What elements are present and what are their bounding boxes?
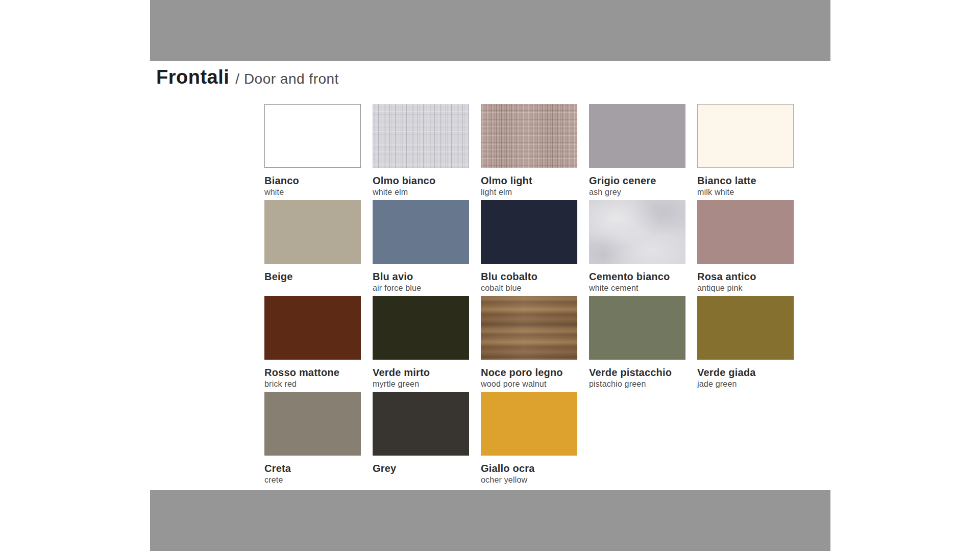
swatch-subtitle: white (264, 188, 361, 197)
swatch-grid: Bianco white Olmo bianco white elm Olmo … (264, 104, 794, 488)
swatch-tile[interactable] (697, 104, 794, 168)
swatch-tile[interactable] (481, 392, 577, 456)
page-title: Frontali / Door and front (156, 66, 339, 88)
swatch-name: Bianco (264, 175, 361, 186)
swatch-name: Verde mirto (373, 367, 469, 378)
swatch-name: Noce poro legno (481, 367, 577, 378)
swatch-tile[interactable] (264, 200, 361, 264)
swatch-name: Olmo bianco (373, 175, 469, 186)
swatch-card: Olmo bianco white elm (373, 104, 469, 200)
swatch-name: Giallo ocra (481, 463, 577, 474)
swatch-name: Grigio cenere (589, 175, 685, 186)
swatch-tile[interactable] (373, 392, 469, 456)
swatch-tile[interactable] (697, 296, 794, 360)
swatch-card: Rosso mattone brick red (264, 296, 361, 392)
page-title-primary: Frontali (156, 66, 229, 88)
swatch-subtitle: pistachio green (589, 380, 685, 389)
swatch-tile[interactable] (481, 200, 577, 264)
swatch-subtitle: ash grey (589, 188, 685, 197)
swatch-tile[interactable] (589, 200, 685, 264)
swatch-card: Beige (264, 200, 361, 296)
swatch-subtitle: white cement (589, 284, 685, 293)
swatch-tile[interactable] (589, 296, 685, 360)
swatch-tile[interactable] (373, 296, 469, 360)
swatch-card: Verde giada jade green (697, 296, 794, 392)
swatch-tile[interactable] (373, 200, 469, 264)
swatch-card: Grigio cenere ash grey (589, 104, 685, 200)
swatch-card: Verde pistacchio pistachio green (589, 296, 685, 392)
swatch-card: Cemento bianco white cement (589, 200, 685, 296)
swatch-name: Bianco latte (697, 175, 794, 186)
swatch-subtitle: milk white (697, 188, 794, 197)
swatch-subtitle: antique pink (697, 284, 794, 293)
swatch-card: Blu avio air force blue (373, 200, 469, 296)
swatch-name: Blu avio (373, 271, 469, 282)
swatch-name: Verde pistacchio (589, 367, 685, 378)
top-gray-band (150, 0, 830, 61)
swatch-card: Noce poro legno wood pore walnut (481, 296, 577, 392)
swatch-tile[interactable] (373, 104, 469, 168)
swatch-card: Creta crete (264, 392, 361, 488)
swatch-card: Bianco latte milk white (697, 104, 794, 200)
page-title-secondary: / Door and front (235, 71, 339, 87)
swatch-card: Verde mirto myrtle green (373, 296, 469, 392)
swatch-subtitle: wood pore walnut (481, 380, 577, 389)
swatch-card: Olmo light light elm (481, 104, 577, 200)
swatch-subtitle: white elm (373, 188, 469, 197)
swatch-subtitle: crete (264, 475, 361, 485)
swatch-subtitle: brick red (264, 380, 361, 389)
swatch-tile[interactable] (264, 104, 361, 168)
swatch-tile[interactable] (481, 296, 577, 360)
swatch-name: Beige (264, 271, 361, 282)
bottom-gray-band (150, 490, 830, 551)
swatch-name: Rosa antico (697, 271, 794, 282)
swatch-card: Grey (373, 392, 469, 488)
swatch-card: Giallo ocra ocher yellow (481, 392, 577, 488)
swatch-subtitle: myrtle green (373, 380, 469, 389)
swatch-name: Blu cobalto (481, 271, 577, 282)
swatch-name: Creta (264, 463, 361, 474)
swatch-tile[interactable] (481, 104, 577, 168)
swatch-subtitle: jade green (697, 380, 794, 389)
swatch-subtitle: ocher yellow (481, 475, 577, 485)
swatch-tile[interactable] (264, 296, 361, 360)
swatch-name: Grey (373, 463, 469, 474)
swatch-name: Olmo light (481, 175, 577, 186)
swatch-name: Verde giada (697, 367, 794, 378)
swatch-subtitle: light elm (481, 188, 577, 197)
swatch-tile[interactable] (697, 200, 794, 264)
swatch-tile[interactable] (264, 392, 361, 456)
catalog-page: Frontali / Door and front Bianco white O… (0, 0, 980, 551)
swatch-name: Cemento bianco (589, 271, 685, 282)
swatch-card: Bianco white (264, 104, 361, 200)
swatch-subtitle: cobalt blue (481, 284, 577, 293)
swatch-tile[interactable] (589, 104, 685, 168)
swatch-card: Blu cobalto cobalt blue (481, 200, 577, 296)
swatch-card: Rosa antico antique pink (697, 200, 794, 296)
swatch-name: Rosso mattone (264, 367, 361, 378)
swatch-subtitle: air force blue (373, 284, 469, 293)
